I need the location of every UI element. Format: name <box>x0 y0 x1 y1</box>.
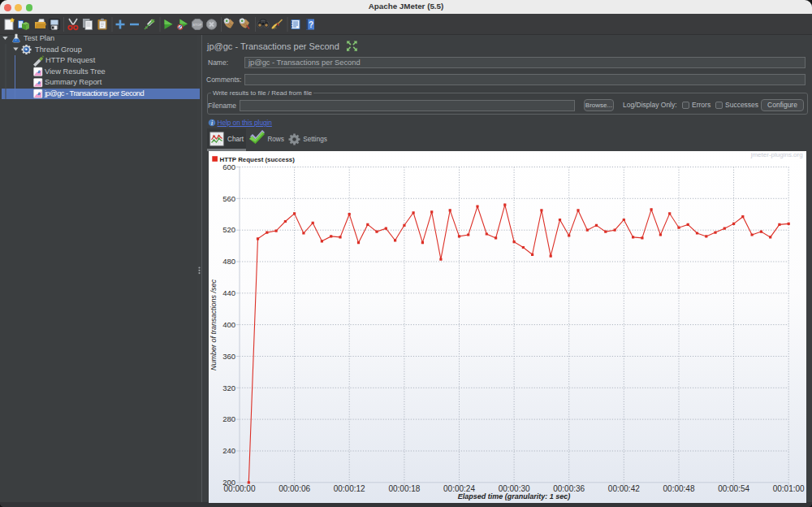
svg-text:?: ? <box>309 20 313 29</box>
svg-text:360: 360 <box>222 352 235 361</box>
svg-text:00:00:06: 00:00:06 <box>279 484 310 493</box>
svg-text:240: 240 <box>222 446 235 455</box>
svg-text:600: 600 <box>222 162 235 171</box>
svg-text:440: 440 <box>222 288 235 297</box>
svg-text:400: 400 <box>222 320 235 329</box>
svg-text:Elapsed time (granularity: 1 s: Elapsed time (granularity: 1 sec) <box>458 492 571 500</box>
svg-text:480: 480 <box>222 257 235 266</box>
svg-text:00:01:00: 00:01:00 <box>773 484 805 493</box>
svg-text:320: 320 <box>222 384 235 392</box>
svg-text:560: 560 <box>222 194 235 203</box>
svg-text:jmeter-plugins.org: jmeter-plugins.org <box>750 151 803 158</box>
svg-text:00:00:42: 00:00:42 <box>608 484 640 493</box>
svg-text:00:00:18: 00:00:18 <box>388 484 420 493</box>
svg-text:00:00:54: 00:00:54 <box>718 484 749 493</box>
svg-text:00:00:12: 00:00:12 <box>334 484 365 493</box>
svg-text:STOP: STOP <box>192 23 202 27</box>
svg-text:00:00:48: 00:00:48 <box>663 484 695 493</box>
svg-text:280: 280 <box>222 414 235 423</box>
svg-text:520: 520 <box>222 225 235 234</box>
svg-text:00:00:00: 00:00:00 <box>224 484 256 493</box>
svg-text:Number of transactions /sec: Number of transactions /sec <box>209 279 218 370</box>
